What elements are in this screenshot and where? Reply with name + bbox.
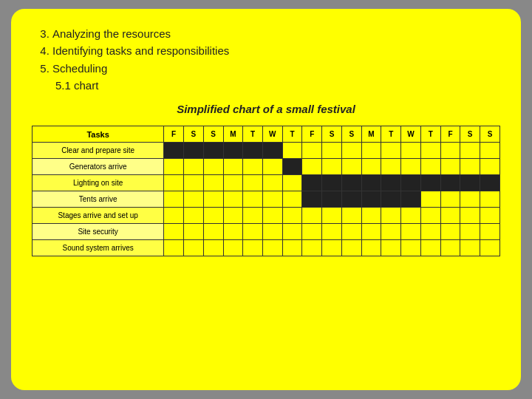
cell-6-0 xyxy=(164,240,184,256)
header-row: Tasks FSSMTWTFSSMTWTFSS xyxy=(33,126,500,143)
day-header-15: S xyxy=(460,126,480,143)
cell-4-14 xyxy=(440,208,460,224)
cell-4-16 xyxy=(480,208,500,224)
cell-6-2 xyxy=(203,240,223,256)
cell-4-1 xyxy=(184,208,204,224)
cell-1-3 xyxy=(223,159,243,175)
cell-3-1 xyxy=(184,191,204,208)
cell-2-4 xyxy=(243,175,263,191)
cell-4-3 xyxy=(223,208,243,224)
cell-1-4 xyxy=(243,159,263,175)
cell-6-13 xyxy=(420,240,440,256)
cell-3-13 xyxy=(420,191,440,208)
task-label-6: Sound system arrives xyxy=(33,240,164,256)
cell-2-16 xyxy=(480,175,500,191)
cell-4-9 xyxy=(341,208,361,224)
cell-5-0 xyxy=(164,224,184,240)
cell-2-7 xyxy=(302,175,322,191)
cell-1-11 xyxy=(381,159,401,175)
task-label-1: Generators arrive xyxy=(33,159,164,175)
day-header-16: S xyxy=(480,126,500,143)
intro-text: Analyzing the resources Identifying task… xyxy=(32,25,500,94)
cell-1-12 xyxy=(401,159,421,175)
gantt-table: Tasks FSSMTWTFSSMTWTFSS Clear and prepar… xyxy=(32,126,500,256)
cell-0-10 xyxy=(361,143,381,159)
cell-1-16 xyxy=(480,159,500,175)
tasks-header: Tasks xyxy=(33,126,164,143)
cell-3-14 xyxy=(440,191,460,208)
cell-4-5 xyxy=(262,208,282,224)
table-row: Site security xyxy=(33,224,500,240)
cell-2-10 xyxy=(361,175,381,191)
cell-6-4 xyxy=(243,240,263,256)
cell-3-3 xyxy=(223,191,243,208)
task-label-4: Stages arrive and set up xyxy=(33,208,164,224)
cell-4-2 xyxy=(203,208,223,224)
cell-0-0 xyxy=(164,143,184,159)
day-header-12: W xyxy=(401,126,421,143)
cell-4-10 xyxy=(361,208,381,224)
day-header-5: W xyxy=(262,126,282,143)
cell-0-15 xyxy=(460,143,480,159)
day-header-11: T xyxy=(381,126,401,143)
day-header-14: F xyxy=(440,126,460,143)
cell-4-8 xyxy=(322,208,342,224)
cell-5-15 xyxy=(460,224,480,240)
cell-2-13 xyxy=(420,175,440,191)
cell-2-6 xyxy=(282,175,302,191)
cell-5-16 xyxy=(480,224,500,240)
cell-1-1 xyxy=(184,159,204,175)
cell-2-1 xyxy=(184,175,204,191)
cell-6-10 xyxy=(361,240,381,256)
task-label-3: Tents arrive xyxy=(33,191,164,208)
cell-0-3 xyxy=(223,143,243,159)
cell-1-13 xyxy=(420,159,440,175)
cell-3-15 xyxy=(460,191,480,208)
cell-3-5 xyxy=(262,191,282,208)
chart-title: Simplified chart of a small festival xyxy=(32,103,500,115)
table-row: Stages arrive and set up xyxy=(33,208,500,224)
cell-2-3 xyxy=(223,175,243,191)
cell-5-5 xyxy=(262,224,282,240)
cell-6-16 xyxy=(480,240,500,256)
cell-6-6 xyxy=(282,240,302,256)
cell-0-4 xyxy=(243,143,263,159)
cell-0-12 xyxy=(401,143,421,159)
cell-3-0 xyxy=(164,191,184,208)
cell-4-15 xyxy=(460,208,480,224)
list-item-3: Analyzing the resources xyxy=(52,25,500,42)
cell-3-7 xyxy=(302,191,322,208)
cell-2-5 xyxy=(262,175,282,191)
cell-4-11 xyxy=(381,208,401,224)
cell-2-9 xyxy=(341,175,361,191)
subitem-51: 5.1 chart xyxy=(32,77,500,94)
cell-5-4 xyxy=(243,224,263,240)
cell-6-7 xyxy=(302,240,322,256)
task-label-5: Site security xyxy=(33,224,164,240)
cell-0-8 xyxy=(322,143,342,159)
day-header-1: S xyxy=(184,126,204,143)
table-row: Generators arrive xyxy=(33,159,500,175)
cell-3-11 xyxy=(381,191,401,208)
cell-2-0 xyxy=(164,175,184,191)
day-header-8: S xyxy=(322,126,342,143)
cell-3-16 xyxy=(480,191,500,208)
cell-6-15 xyxy=(460,240,480,256)
cell-6-12 xyxy=(401,240,421,256)
cell-4-13 xyxy=(420,208,440,224)
cell-3-10 xyxy=(361,191,381,208)
cell-6-5 xyxy=(262,240,282,256)
cell-0-13 xyxy=(420,143,440,159)
table-row: Lighting on site xyxy=(33,175,500,191)
cell-1-15 xyxy=(460,159,480,175)
cell-4-12 xyxy=(401,208,421,224)
cell-1-8 xyxy=(322,159,342,175)
day-header-3: M xyxy=(223,126,243,143)
cell-6-3 xyxy=(223,240,243,256)
cell-6-8 xyxy=(322,240,342,256)
cell-6-11 xyxy=(381,240,401,256)
cell-3-2 xyxy=(203,191,223,208)
cell-1-2 xyxy=(203,159,223,175)
cell-5-3 xyxy=(223,224,243,240)
table-row: Clear and prepare site xyxy=(33,143,500,159)
